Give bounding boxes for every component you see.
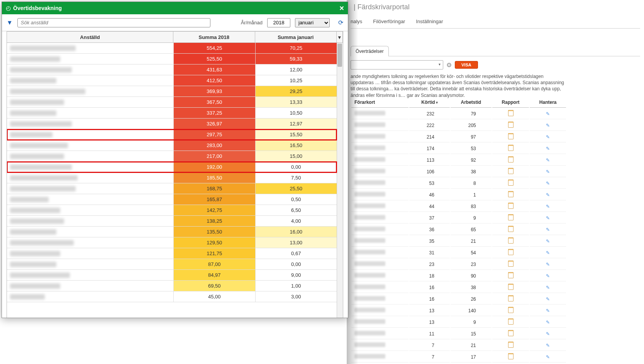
report-icon[interactable] <box>508 262 514 268</box>
report-icon[interactable] <box>508 320 514 326</box>
table-row[interactable]: 367,5013,33 <box>7 97 337 108</box>
rapport-cell[interactable] <box>492 120 529 131</box>
hantera-cell[interactable]: ✎ <box>530 190 566 200</box>
portal-dropdown[interactable] <box>351 60 443 69</box>
report-icon[interactable] <box>508 158 514 164</box>
table-row[interactable]: 721✎ <box>351 340 566 351</box>
table-row[interactable]: 168,7525,50 <box>7 183 337 194</box>
table-row[interactable]: 3521✎ <box>351 236 566 247</box>
table-row[interactable]: 138,254,00 <box>7 216 337 227</box>
edit-icon[interactable]: ✎ <box>546 181 550 186</box>
rapport-cell[interactable] <box>492 282 529 293</box>
table-row[interactable]: 217,0015,00 <box>7 151 337 162</box>
report-icon[interactable] <box>508 135 514 141</box>
hantera-cell[interactable]: ✎ <box>530 224 566 235</box>
report-icon[interactable] <box>508 205 514 210</box>
hantera-cell[interactable]: ✎ <box>530 236 566 247</box>
report-icon[interactable] <box>508 251 514 256</box>
column-chooser-icon[interactable]: ▾ <box>337 32 343 42</box>
table-row[interactable]: 538✎ <box>351 178 566 189</box>
rapport-cell[interactable] <box>492 340 529 351</box>
report-icon[interactable] <box>508 112 514 117</box>
hantera-cell[interactable]: ✎ <box>530 340 566 351</box>
visa-button[interactable]: VISA <box>455 61 478 69</box>
hantera-cell[interactable]: ✎ <box>530 213 566 223</box>
table-row[interactable]: 1890✎ <box>351 271 566 281</box>
hantera-cell[interactable]: ✎ <box>530 317 566 328</box>
rapport-cell[interactable] <box>492 166 529 177</box>
hantera-cell[interactable]: ✎ <box>530 166 566 177</box>
hantera-cell[interactable]: ✎ <box>530 247 566 258</box>
rapport-cell[interactable] <box>492 224 529 235</box>
col-arbetstid[interactable]: Arbetstid <box>451 97 491 108</box>
hantera-cell[interactable]: ✎ <box>530 294 566 305</box>
edit-icon[interactable]: ✎ <box>546 273 550 279</box>
report-icon[interactable] <box>508 332 514 337</box>
rapport-cell[interactable] <box>492 236 529 247</box>
hantera-cell[interactable]: ✎ <box>530 108 566 119</box>
edit-icon[interactable]: ✎ <box>546 320 550 325</box>
report-icon[interactable] <box>508 355 514 361</box>
table-row[interactable]: 121,750,67 <box>7 248 337 259</box>
hantera-cell[interactable]: ✎ <box>530 155 566 166</box>
hantera-cell[interactable]: ✎ <box>530 328 566 339</box>
table-row[interactable]: 84,979,00 <box>7 270 337 281</box>
table-row[interactable]: 4483✎ <box>351 201 566 212</box>
edit-icon[interactable]: ✎ <box>546 354 550 360</box>
col-sum-year[interactable]: Summa 2018 <box>173 32 255 42</box>
vertical-scrollbar[interactable] <box>337 43 343 318</box>
hantera-cell[interactable]: ✎ <box>530 143 566 154</box>
table-row[interactable]: 3665✎ <box>351 224 566 235</box>
rapport-cell[interactable] <box>492 259 529 270</box>
edit-icon[interactable]: ✎ <box>546 204 550 209</box>
table-row[interactable]: 129,5013,00 <box>7 237 337 248</box>
table-row[interactable]: 69,501,00 <box>7 281 337 291</box>
table-row[interactable]: 337,2510,50 <box>7 108 337 119</box>
hantera-cell[interactable]: ✎ <box>530 132 566 142</box>
table-row[interactable]: 165,870,50 <box>7 194 337 205</box>
table-row[interactable]: 1638✎ <box>351 282 566 293</box>
hantera-cell[interactable]: ✎ <box>530 282 566 293</box>
edit-icon[interactable]: ✎ <box>546 296 550 302</box>
edit-icon[interactable]: ✎ <box>546 308 550 313</box>
report-icon[interactable] <box>508 124 514 129</box>
edit-icon[interactable]: ✎ <box>546 227 550 232</box>
month-select[interactable]: januari <box>295 18 330 27</box>
edit-icon[interactable]: ✎ <box>546 157 550 163</box>
subtab-overtradelser[interactable]: Överträdelser <box>351 46 389 56</box>
edit-icon[interactable]: ✎ <box>546 169 550 174</box>
rapport-cell[interactable] <box>492 201 529 212</box>
rapport-cell[interactable] <box>492 328 529 339</box>
table-row[interactable]: 461✎ <box>351 190 566 200</box>
hantera-cell[interactable]: ✎ <box>530 259 566 270</box>
table-row[interactable]: 3154✎ <box>351 247 566 258</box>
report-icon[interactable] <box>508 309 514 314</box>
table-row[interactable]: 326,9712,97 <box>7 119 337 129</box>
rapport-cell[interactable] <box>492 317 529 328</box>
rapport-cell[interactable] <box>492 271 529 281</box>
rapport-cell[interactable] <box>492 352 529 362</box>
table-row[interactable]: 21497✎ <box>351 132 566 142</box>
report-icon[interactable] <box>508 216 514 222</box>
edit-icon[interactable]: ✎ <box>546 331 550 337</box>
col-employee[interactable]: Anställd <box>7 32 173 42</box>
table-row[interactable]: 10638✎ <box>351 166 566 177</box>
tab-analys[interactable]: nalys <box>351 19 362 24</box>
edit-icon[interactable]: ✎ <box>546 215 550 221</box>
col-forarkort[interactable]: Förarkort <box>351 97 408 108</box>
filter-icon[interactable]: ▼ <box>7 19 13 26</box>
report-icon[interactable] <box>508 297 514 303</box>
refresh-icon[interactable]: ⟳ <box>338 19 343 26</box>
table-row[interactable]: 1626✎ <box>351 294 566 305</box>
gear-icon[interactable]: ⚙ <box>446 61 452 69</box>
report-icon[interactable] <box>508 147 514 152</box>
scrollbar-thumb[interactable] <box>337 44 342 67</box>
report-icon[interactable] <box>508 170 514 175</box>
hantera-cell[interactable]: ✎ <box>530 352 566 362</box>
rapport-cell[interactable] <box>492 178 529 189</box>
rapport-cell[interactable] <box>492 247 529 258</box>
rapport-cell[interactable] <box>492 190 529 200</box>
table-row[interactable]: 142,756,50 <box>7 205 337 216</box>
report-icon[interactable] <box>508 181 514 187</box>
tab-filoverforingar[interactable]: Filöverföringar <box>373 19 405 24</box>
